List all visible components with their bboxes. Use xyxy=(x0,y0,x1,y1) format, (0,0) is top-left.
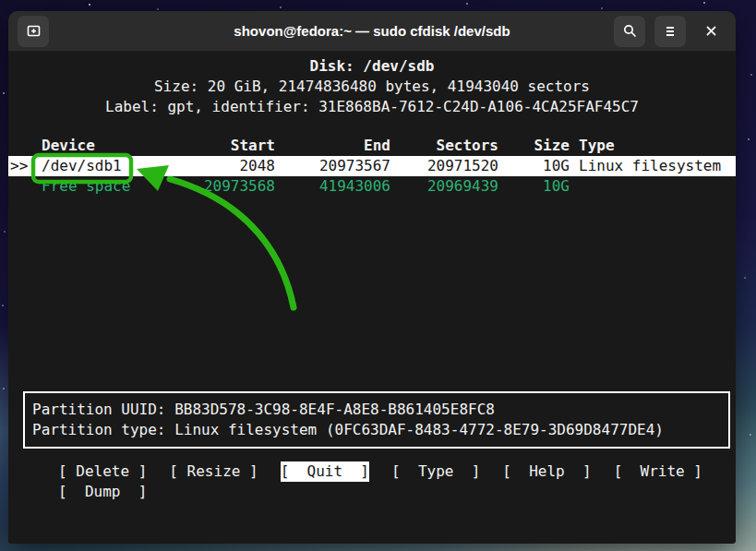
column-header-start: Start xyxy=(134,136,275,156)
cell-start: 2048 xyxy=(134,156,275,176)
partition-details-box: Partition UUID: BB83D578-3C98-8E4F-A8E8-… xyxy=(23,391,730,449)
delete-button[interactable]: [ Delete ] xyxy=(58,461,147,482)
menu-button[interactable] xyxy=(654,16,686,47)
hamburger-menu-icon xyxy=(663,25,678,38)
help-button[interactable]: [ Help ] xyxy=(502,461,591,482)
cell-size: 10G xyxy=(498,176,570,197)
column-header-type: Type xyxy=(570,136,736,156)
menu-row-1: [ Delete ] [ Resize ] [ Quit ] [ Type ] … xyxy=(58,461,702,482)
cell-end: 20973567 xyxy=(275,156,390,176)
new-tab-button[interactable] xyxy=(18,16,49,47)
column-header-device: Device xyxy=(42,136,134,156)
disk-title: Disk: /dev/sdb xyxy=(8,56,736,77)
selection-marker: >> xyxy=(8,156,42,176)
cell-type: Linux filesystem xyxy=(570,156,736,176)
cell-sectors: 20971520 xyxy=(390,156,498,176)
close-button[interactable] xyxy=(695,16,726,47)
terminal-window: shovon@fedora:~ — sudo cfdisk /dev/sdb xyxy=(8,11,736,544)
column-header-end: End xyxy=(275,136,390,156)
disk-label-line: Label: gpt, identifier: 31E868BA-7612-C2… xyxy=(8,97,736,117)
close-icon xyxy=(705,25,717,37)
cell-device: /dev/sdb1 xyxy=(42,156,134,176)
cell-start: 20973568 xyxy=(134,176,275,197)
cell-sectors: 20969439 xyxy=(390,176,498,197)
annotation-arrow-shaft xyxy=(170,179,294,307)
menu-row-2: [ Dump ] xyxy=(58,482,702,502)
type-button[interactable]: [ Type ] xyxy=(391,461,480,482)
column-header-sectors: Sectors xyxy=(390,136,498,156)
disk-size-line: Size: 20 GiB, 21474836480 bytes, 4194304… xyxy=(8,77,736,97)
partition-table: Device Start End Sectors Size Type >> /d… xyxy=(8,136,736,197)
partition-table-header: Device Start End Sectors Size Type xyxy=(8,136,736,156)
column-header-size: Size xyxy=(498,136,570,156)
titlebar[interactable]: shovon@fedora:~ — sudo cfdisk /dev/sdb xyxy=(8,11,736,52)
disk-info: Disk: /dev/sdb Size: 20 GiB, 21474836480… xyxy=(8,52,736,117)
dump-button[interactable]: [ Dump ] xyxy=(58,482,147,502)
table-row-free-space[interactable]: Free space 20973568 41943006 20969439 10… xyxy=(8,176,736,197)
partition-type-line: Partition type: Linux filesystem (0FC63D… xyxy=(32,420,721,440)
write-button[interactable]: [ Write ] xyxy=(614,461,702,482)
tab-new-icon xyxy=(26,23,42,39)
quit-button[interactable]: [ Quit ] xyxy=(281,461,369,482)
table-row-sdb1-selected[interactable]: >> /dev/sdb1 2048 20973567 20971520 10G … xyxy=(8,156,736,176)
search-button[interactable] xyxy=(614,16,645,47)
cell-device: Free space xyxy=(42,176,134,197)
search-icon xyxy=(622,23,638,39)
terminal-screen: Disk: /dev/sdb Size: 20 GiB, 21474836480… xyxy=(8,52,736,544)
resize-button[interactable]: [ Resize ] xyxy=(169,461,258,482)
cell-size: 10G xyxy=(498,156,570,176)
window-title: shovon@fedora:~ — sudo cfdisk /dev/sdb xyxy=(234,23,510,39)
cfdisk-menu: [ Delete ] [ Resize ] [ Quit ] [ Type ] … xyxy=(58,461,702,502)
partition-uuid-line: Partition UUID: BB83D578-3C98-8E4F-A8E8-… xyxy=(32,400,721,420)
cell-end: 41943006 xyxy=(275,176,390,197)
